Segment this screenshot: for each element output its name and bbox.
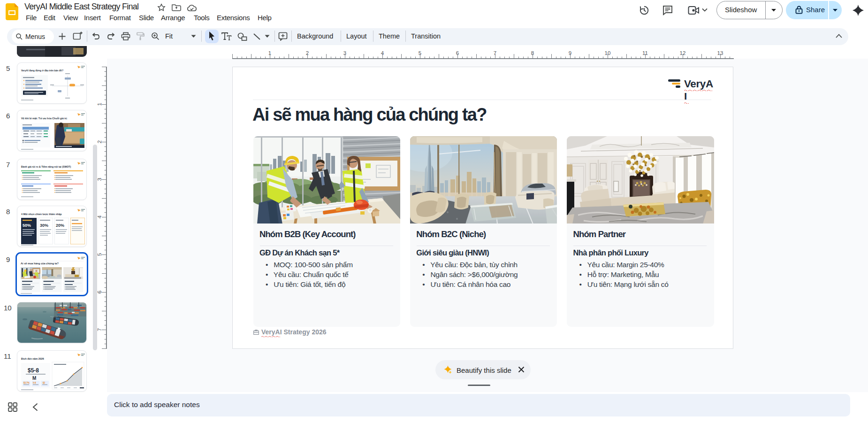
- svg-text:4: 4: [381, 50, 384, 56]
- svg-text:4: 4: [97, 215, 102, 218]
- svg-text:1: 1: [268, 50, 271, 56]
- svg-text:Vũ khí bí mật: Tối ưu hóa Chuỗ: Vũ khí bí mật: Tối ưu hóa Chuỗi giá trị: [21, 117, 67, 120]
- svg-text:7: 7: [494, 50, 496, 56]
- svg-text:5: 5: [419, 50, 421, 56]
- svg-text:4 Mũi nhọn chiến lược thâm nhậ: 4 Mũi nhọn chiến lược thâm nhập: [21, 213, 62, 216]
- svg-text:6: 6: [456, 50, 459, 56]
- svg-text:1: 1: [97, 103, 102, 106]
- svg-text:11: 11: [642, 50, 648, 56]
- svg-text:VeryAI đang đứng ở đâu trên bả: VeryAI đang đứng ở đâu trên bản đồ?: [21, 69, 63, 72]
- svg-text:8: 8: [531, 50, 534, 56]
- svg-text:9: 9: [569, 50, 571, 56]
- svg-text:$2: $2: [43, 382, 46, 384]
- svg-text:7: 7: [97, 328, 102, 331]
- svg-text:3: 3: [343, 50, 346, 56]
- svg-text:50%: 50%: [23, 223, 31, 228]
- svg-text:Đánh giá rủi ro & Tiềm năng nộ: Đánh giá rủi ro & Tiềm năng nội tại (SWO…: [21, 165, 71, 168]
- svg-text:Đích đến năm 2026: Đích đến năm 2026: [21, 357, 44, 360]
- svg-text:13: 13: [717, 50, 723, 56]
- svg-text:2: 2: [97, 140, 102, 143]
- svg-text:3: 3: [97, 178, 102, 181]
- svg-text:6: 6: [97, 291, 102, 293]
- svg-text:$5-8: $5-8: [28, 367, 39, 374]
- svg-text:20%: 20%: [56, 223, 64, 228]
- svg-text:Ai sẽ mua hàng của chúng ta?: Ai sẽ mua hàng của chúng ta?: [21, 262, 59, 265]
- svg-text:12: 12: [680, 50, 686, 56]
- svg-text:5-8: 5-8: [33, 382, 36, 384]
- svg-text:2: 2: [306, 50, 309, 56]
- svg-text:30%: 30%: [40, 223, 48, 228]
- svg-text:5: 5: [97, 253, 102, 256]
- svg-text:10: 10: [605, 50, 611, 56]
- svg-text:$3.7%: $3.7%: [23, 382, 30, 384]
- svg-text:M: M: [32, 376, 36, 381]
